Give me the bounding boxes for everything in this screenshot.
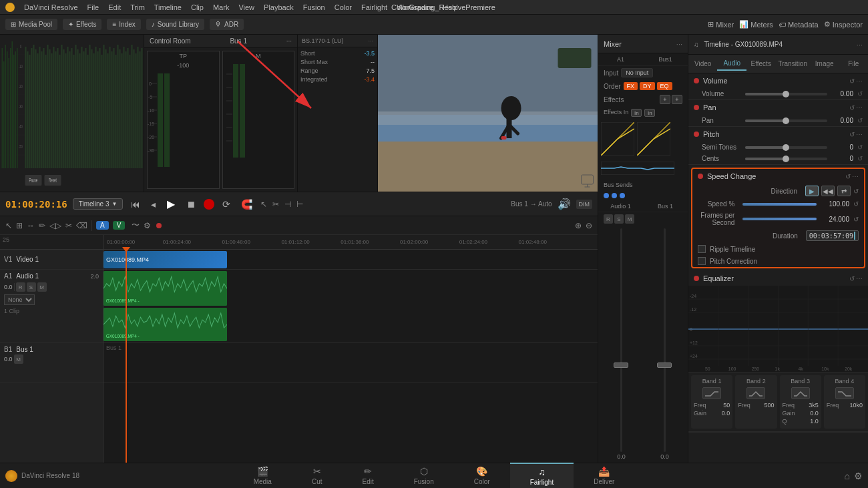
settings-icon[interactable]: ⚙ <box>144 221 151 230</box>
cursor-tool[interactable]: ↖ <box>260 200 267 209</box>
trim-edit-tool[interactable]: ↔ <box>27 221 35 230</box>
tab-cut[interactable]: ✂ Cut <box>292 463 343 488</box>
fx-tag-eq[interactable]: EQ <box>657 82 672 90</box>
menu-file[interactable]: File <box>87 3 99 11</box>
pan-section-header[interactable]: Pan ↺ ⋯ <box>688 100 868 115</box>
semitones-reset-icon[interactable]: ↺ <box>857 144 863 151</box>
effects-remove-button[interactable]: + <box>672 95 682 104</box>
eq-band-1-shape-btn[interactable] <box>702 387 721 399</box>
speed-reset-icon[interactable]: ↺ <box>853 200 859 208</box>
duration-input-container[interactable]: 00:03:57:09 <box>806 230 859 241</box>
ripple-checkbox[interactable] <box>698 245 706 253</box>
pitch-more-icon[interactable]: ⋯ <box>856 131 863 138</box>
pan-slider[interactable] <box>745 119 827 122</box>
dir-pingpong-button[interactable]: ⇄ <box>837 186 851 196</box>
pitch-correction-checkbox[interactable] <box>698 257 706 265</box>
speed-change-header[interactable]: Speed Change ↺ ⋯ <box>692 169 864 184</box>
metadata-button[interactable]: 🏷 Metadata <box>779 21 819 29</box>
menu-fusion[interactable]: Fusion <box>303 3 325 11</box>
eq-band-3-shape-btn[interactable] <box>791 387 810 399</box>
record-button[interactable] <box>204 199 214 210</box>
a1-s-button[interactable]: S <box>27 282 36 292</box>
a1-channel-select[interactable]: None <box>4 294 35 305</box>
speed-change-more-icon[interactable]: ⋯ <box>852 173 859 180</box>
cents-slider-thumb[interactable] <box>783 156 789 162</box>
zoom-in-icon[interactable]: ⊕ <box>575 221 582 230</box>
blade-edit-tool[interactable]: ✂ <box>65 221 72 230</box>
direction-reset-icon[interactable]: ↺ <box>853 188 859 195</box>
semitones-slider-thumb[interactable] <box>783 144 789 151</box>
menu-view[interactable]: View <box>238 3 254 11</box>
go-to-start-button[interactable]: ⏮ <box>128 198 143 211</box>
cut-tool[interactable]: ✂ <box>272 200 279 209</box>
zoom-out-icon[interactable]: ⊖ <box>586 221 592 230</box>
home-icon[interactable]: ⌂ <box>845 471 850 481</box>
dir-backward-button[interactable]: ◀◀ <box>821 186 835 196</box>
range-select-tool[interactable]: ⊞ <box>16 221 23 230</box>
tab-transition[interactable]: Transition <box>775 57 810 70</box>
tab-image[interactable]: Image <box>810 57 839 70</box>
play-button[interactable]: ▶ <box>164 197 178 212</box>
waveform-button[interactable]: 〜 <box>132 220 140 231</box>
fx-tag-fx[interactable]: FX <box>624 82 638 90</box>
pitch-section-header[interactable]: Pitch ↺ ⋯ <box>688 127 868 142</box>
menu-timeline[interactable]: Timeline <box>154 3 182 11</box>
fader-bus1-knob[interactable] <box>657 362 672 368</box>
dynamic-edit-tool[interactable]: ✏ <box>39 221 45 230</box>
settings-gear-icon[interactable]: ⚙ <box>854 471 863 481</box>
dim-button[interactable]: DIM <box>576 200 593 209</box>
tab-deliver[interactable]: 📤 Deliver <box>574 463 634 488</box>
loop-button[interactable]: ⟳ <box>220 198 233 211</box>
eq-more-icon[interactable]: ⋯ <box>856 275 863 282</box>
speed-slider[interactable] <box>742 203 817 206</box>
tab-fusion[interactable]: ⬡ Fusion <box>394 463 454 488</box>
effects-add-button[interactable]: + <box>660 95 670 104</box>
eq-reset-icon[interactable]: ↺ <box>849 275 855 282</box>
effects-in-button-1[interactable]: In <box>631 109 642 117</box>
snap-button[interactable]: 🧲 <box>238 198 255 211</box>
mixer-button[interactable]: ⊞ Mixer <box>708 20 734 29</box>
fader-a1-track[interactable] <box>620 228 622 452</box>
effects-in-button-2[interactable]: In <box>644 109 655 117</box>
volume-reset-icon[interactable]: ↺ <box>857 90 863 97</box>
stop-button[interactable]: ⏹ <box>184 198 198 211</box>
cents-reset-icon[interactable]: ↺ <box>857 155 863 162</box>
volume-more-icon[interactable]: ⋯ <box>856 77 863 85</box>
dir-forward-button[interactable]: ▶ <box>805 186 819 196</box>
volume-slider-thumb[interactable] <box>783 91 789 97</box>
fader-a1-knob[interactable] <box>614 362 628 368</box>
speed-change-reset-icon[interactable]: ↺ <box>845 173 851 180</box>
adr-button[interactable]: 🎙 ADR <box>210 19 244 30</box>
s-button[interactable]: S <box>614 214 624 224</box>
menu-color[interactable]: Color <box>335 3 352 11</box>
m-button[interactable]: M <box>625 214 634 224</box>
effects-button[interactable]: ✦ Effects <box>63 19 101 30</box>
menu-clip[interactable]: Clip <box>191 3 204 11</box>
tab-edit[interactable]: ✏ Edit <box>342 463 393 488</box>
fader-bus1-track[interactable] <box>664 228 666 452</box>
volume-section-header[interactable]: Volume ↺ ⋯ <box>688 73 868 88</box>
slip-edit-tool[interactable]: ◁▷ <box>49 221 61 230</box>
menu-playback[interactable]: Playback <box>264 3 294 11</box>
sound-library-button[interactable]: ♪ Sound Library <box>146 19 204 30</box>
eq-band-4-shape-btn[interactable] <box>835 387 854 399</box>
menu-fairlight[interactable]: Fairlight <box>361 3 387 11</box>
meters-button[interactable]: 📊 Meters <box>739 20 773 29</box>
r-button[interactable]: R <box>604 214 613 224</box>
b1-m-button[interactable]: M <box>14 354 23 364</box>
menu-edit[interactable]: Edit <box>108 3 121 11</box>
pitch-section-reset[interactable]: ↺ <box>849 131 855 138</box>
volume-section-reset[interactable]: ↺ <box>849 77 855 85</box>
select-tool[interactable]: ↖ <box>5 221 12 230</box>
fx-tag-dy[interactable]: DY <box>640 82 655 90</box>
pan-slider-thumb[interactable] <box>783 117 789 124</box>
menu-trim[interactable]: Trim <box>130 3 145 11</box>
semitones-slider[interactable] <box>745 146 827 149</box>
fps-slider[interactable] <box>742 218 817 220</box>
erase-tool[interactable]: ⌫ <box>76 221 87 230</box>
audio-clip-bottom[interactable]: GX010089.MP4 - <box>103 308 227 341</box>
media-pool-button[interactable]: ⊞ Media Pool <box>5 19 57 30</box>
pan-more-icon[interactable]: ⋯ <box>856 104 863 111</box>
audio-clip-top[interactable]: GX010089.MP4 - <box>103 271 227 306</box>
audio-color-button[interactable]: A <box>96 221 109 230</box>
